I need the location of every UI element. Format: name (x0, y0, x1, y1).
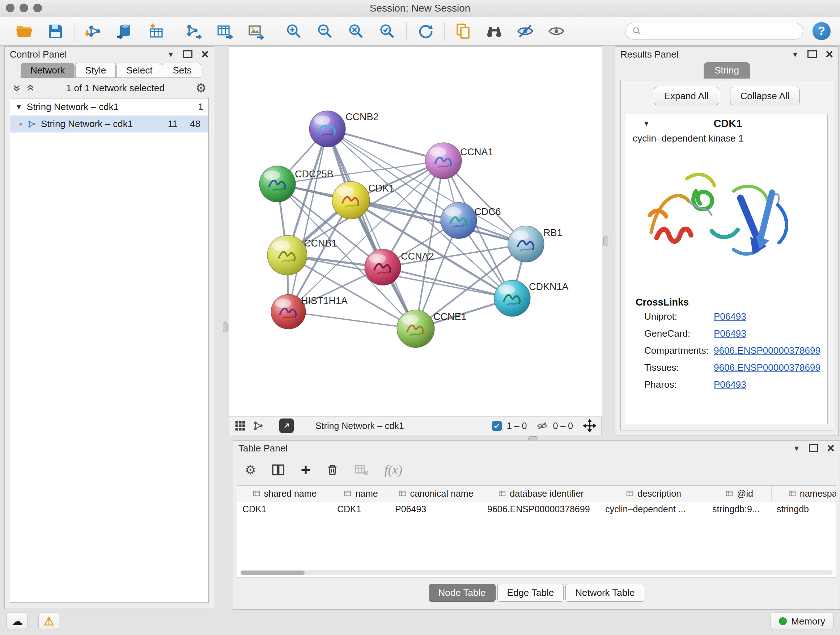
tab-network[interactable]: Network (21, 63, 74, 78)
close-window-button[interactable] (6, 4, 14, 12)
left-splitter-handle[interactable] (223, 322, 227, 333)
eye-slash-icon (516, 22, 534, 40)
column-header-database-identifier[interactable]: database identifier (482, 486, 600, 501)
node-table: shared name name canonical name database… (237, 486, 836, 578)
tab-sets[interactable]: Sets (163, 63, 201, 78)
network-node-CCNA1[interactable]: CCNA1 (425, 143, 493, 179)
function-builder-icon[interactable]: f(x) (384, 462, 402, 478)
tab-string[interactable]: String (704, 62, 750, 79)
open-session-button[interactable] (14, 21, 35, 42)
zoom-selected-button[interactable] (377, 21, 398, 42)
close-panel-icon[interactable]: × (827, 442, 835, 455)
table-row[interactable]: CDK1 CDK1 P06493 9606.ENSP00000378699 cy… (237, 501, 836, 516)
bottom-splitter-handle[interactable] (528, 436, 538, 441)
memory-button[interactable]: Memory (771, 613, 834, 630)
crosslink-link[interactable]: P06493 (714, 328, 746, 339)
export-image-button[interactable] (245, 21, 266, 42)
delete-column-icon[interactable] (325, 463, 339, 477)
cloud-status-button[interactable]: ☁ (6, 613, 27, 630)
hidden-eye-slash-icon[interactable] (537, 420, 548, 431)
tab-style[interactable]: Style (75, 63, 116, 78)
float-panel-icon[interactable] (807, 50, 817, 58)
tab-node-table[interactable]: Node Table (429, 584, 496, 602)
network-node-HIST1H1A[interactable]: HIST1H1A (271, 295, 347, 329)
right-splitter-handle[interactable] (603, 236, 608, 246)
zoom-in-button[interactable] (283, 21, 304, 42)
crosslink-row: Uniprot: P06493 (626, 308, 827, 325)
column-header-description[interactable]: description (600, 486, 707, 501)
selected-checkbox[interactable] (492, 421, 502, 431)
fit-content-crosshair-icon[interactable] (583, 419, 596, 432)
network-node-RB1[interactable]: RB1 (508, 226, 562, 262)
import-database-button[interactable] (114, 21, 135, 42)
clear-table-icon-disabled[interactable] (355, 463, 369, 477)
float-panel-icon[interactable] (183, 50, 193, 58)
crosslink-link[interactable]: P06493 (714, 379, 746, 390)
close-panel-icon[interactable]: × (201, 48, 209, 61)
maximize-window-button[interactable] (33, 4, 42, 12)
network-options-gear-icon[interactable]: ⚙ (196, 82, 207, 94)
column-header-shared-name[interactable]: shared name (237, 486, 332, 501)
column-header-name[interactable]: name (332, 486, 390, 501)
cell-description: cyclin–dependent ... (600, 501, 707, 516)
toolbar-separator (175, 22, 175, 41)
help-button[interactable]: ? (813, 22, 831, 40)
birdseye-view-icon[interactable] (234, 420, 246, 432)
search-network-button[interactable] (484, 21, 505, 42)
tab-edge-table[interactable]: Edge Table (497, 584, 564, 602)
crosslink-link[interactable]: 9606.ENSP00000378699 (714, 362, 821, 373)
hide-selected-button[interactable] (515, 21, 536, 42)
export-network-button[interactable] (183, 21, 204, 42)
scrollbar-thumb[interactable] (241, 570, 305, 575)
minimize-window-button[interactable] (19, 4, 28, 12)
string-results-box: Expand All Collapse All ▼ CDK1 cyclin–de… (621, 80, 833, 431)
expand-all-button[interactable]: Expand All (654, 87, 719, 105)
open-in-new-window-button[interactable] (279, 418, 294, 433)
show-columns-icon[interactable] (271, 463, 286, 477)
add-column-icon[interactable]: + (301, 462, 310, 478)
expander-triangle-icon[interactable]: ▼ (15, 103, 22, 111)
export-table-button[interactable] (214, 21, 235, 42)
tab-select[interactable]: Select (117, 63, 162, 78)
duplicate-network-button[interactable] (453, 21, 474, 42)
tab-network-table[interactable]: Network Table (565, 584, 644, 602)
import-table-button[interactable] (145, 21, 166, 42)
network-selection-summary: 1 of 1 Network selected (35, 82, 196, 94)
network-node-CDC6[interactable]: CDC6 (441, 203, 501, 239)
column-header-namespace[interactable]: namespac (772, 486, 836, 501)
show-all-button[interactable] (546, 21, 567, 42)
collapse-panel-icon[interactable]: ▾ (169, 49, 173, 59)
collapse-all-icon[interactable] (12, 83, 21, 93)
refresh-layout-icon (416, 22, 434, 40)
crosslink-link[interactable]: P06493 (714, 311, 746, 322)
save-session-button[interactable] (45, 21, 66, 42)
search-input[interactable] (646, 25, 796, 37)
collapse-panel-icon[interactable]: ▾ (793, 49, 797, 59)
zoom-fit-button[interactable] (346, 21, 366, 42)
column-header-canonical-name[interactable]: canonical name (390, 486, 482, 501)
collection-count: 1 (198, 101, 203, 112)
close-panel-icon[interactable]: × (826, 48, 833, 61)
float-panel-icon[interactable] (809, 444, 818, 452)
search-icon (632, 26, 642, 36)
collapse-all-button[interactable]: Collapse All (730, 87, 800, 105)
network-row-selected[interactable]: ● String Network – cdk1 11 48 (10, 116, 208, 133)
warnings-button[interactable]: ⚠ (38, 613, 59, 630)
column-header-id[interactable]: @id (707, 486, 772, 501)
zoom-out-button[interactable] (314, 21, 335, 42)
table-settings-gear-icon[interactable]: ⚙ (245, 464, 256, 476)
network-node-CCNB2[interactable]: CCNB2 (309, 111, 379, 147)
network-node-CDC25B[interactable]: CDC25B (259, 166, 333, 202)
apply-layout-button[interactable] (415, 21, 436, 42)
node-table-header: shared name name canonical name database… (237, 486, 836, 501)
share-network-icon[interactable] (253, 420, 264, 432)
network-collection-row[interactable]: ▼ String Network – cdk1 1 (10, 98, 208, 116)
network-canvas[interactable]: CCNB2CCNA1CDC25BCDK1CDC6RB1CCNB1CCNA2CDK… (229, 46, 602, 417)
expand-all-icon[interactable] (26, 83, 35, 93)
gene-expander-icon[interactable]: ▼ (643, 119, 650, 128)
collapse-panel-icon[interactable]: ▾ (794, 443, 799, 453)
import-network-button[interactable] (83, 21, 104, 42)
crosslink-link[interactable]: 9606.ENSP00000378699 (714, 345, 821, 356)
network-node-CDKN1A[interactable]: CDKN1A (494, 280, 569, 317)
network-node-CDK1[interactable]: CDK1 (332, 181, 394, 219)
